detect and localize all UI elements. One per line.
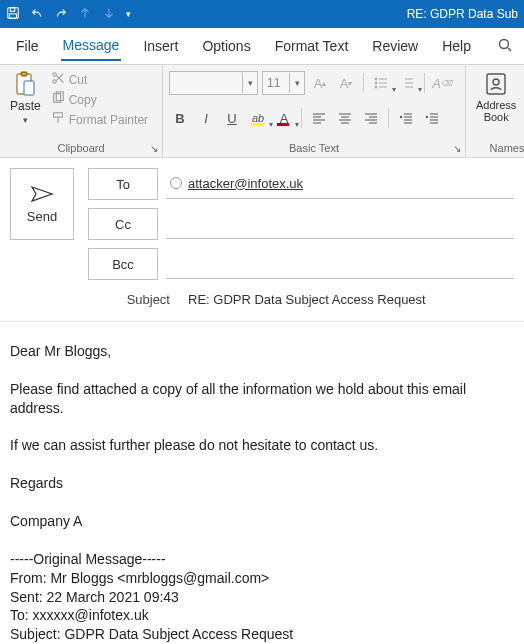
orig-from: From: Mr Bloggs <mrbloggs@gmail.com> [10,570,269,586]
svg-point-14 [375,86,377,88]
tab-options[interactable]: Options [200,32,252,60]
chevron-down-icon: ▾ [418,85,422,94]
ribbon: Paste ▾ Cut Copy Format Painter Clipboar… [0,65,524,158]
basic-text-group-label: Basic Text [169,140,459,157]
chevron-down-icon: ▾ [289,73,304,93]
separator [301,108,302,128]
underline-button[interactable]: U [221,107,243,129]
qat-customize-icon[interactable]: ▾ [126,9,131,19]
presence-icon [170,177,182,189]
address-book-label: Address Book [476,99,516,123]
message-body[interactable]: Dear Mr Bloggs, Please find attached a c… [0,321,524,644]
svg-rect-5 [21,72,27,76]
format-painter-label: Format Painter [69,113,148,127]
copy-label: Copy [69,93,97,107]
tab-file[interactable]: File [14,32,41,60]
italic-button[interactable]: I [195,107,217,129]
subject-label: Subject [40,292,180,307]
orig-header: -----Original Message----- [10,551,166,567]
address-book-button[interactable]: Address Book [472,69,520,125]
send-button[interactable]: Send [10,168,74,240]
ribbon-group-basic-text: ▾ 11▾ A▴ A▾ ▾ ▾ A⌫ B [163,65,466,157]
quick-access-toolbar: ▾ [6,6,131,23]
orig-subject: Subject: GDPR Data Subject Access Reques… [10,626,293,642]
cc-button[interactable]: Cc [88,208,158,240]
ribbon-tabs: File Message Insert Options Format Text … [0,28,524,65]
bcc-button[interactable]: Bcc [88,248,158,280]
svg-rect-1 [10,7,14,11]
increase-indent-button[interactable] [421,107,443,129]
bold-button[interactable]: B [169,107,191,129]
body-para1: Please find attached a copy of all the i… [10,381,470,416]
search-icon[interactable] [497,37,513,56]
to-recipient[interactable]: attacker@infotex.uk [188,176,303,191]
down-arrow-icon [102,6,116,23]
cc-field[interactable] [166,208,514,239]
send-icon [30,185,54,203]
bcc-field[interactable] [166,248,514,279]
title-bar: ▾ RE: GDPR Data Sub [0,0,524,28]
svg-rect-11 [53,113,62,117]
copy-icon [51,91,65,108]
up-arrow-icon [78,6,92,23]
font-color-button[interactable]: A▾ [273,107,295,129]
format-painter-button: Format Painter [51,111,148,128]
copy-button: Copy [51,91,148,108]
chevron-down-icon: ▾ [295,120,299,129]
to-button[interactable]: To [88,168,158,200]
redo-icon[interactable] [54,6,68,23]
decrease-indent-button[interactable] [395,107,417,129]
font-size-value: 11 [263,76,289,90]
body-regards: Regards [10,475,63,491]
to-field[interactable]: attacker@infotex.uk [166,168,514,199]
subject-field[interactable]: RE: GDPR Data Subject Access Request [188,292,514,307]
chevron-down-icon: ▾ [242,73,257,93]
paste-label: Paste [10,99,41,113]
svg-rect-2 [10,13,17,17]
tab-help[interactable]: Help [440,32,473,60]
save-icon[interactable] [6,6,20,23]
highlight-color-button[interactable]: ab▾ [247,107,269,129]
separator [388,108,389,128]
names-group-label: Names [472,140,524,157]
tab-review[interactable]: Review [370,32,420,60]
svg-point-13 [375,82,377,84]
clipboard-group-label: Clipboard [6,140,156,157]
separator [363,73,364,93]
body-signature: Company A [10,513,82,529]
undo-icon[interactable] [30,6,44,23]
svg-point-12 [375,78,377,80]
shrink-font-button: A▾ [335,72,357,94]
tab-message[interactable]: Message [61,31,122,61]
dialog-launcher-icon[interactable]: ↘ [150,143,158,154]
paste-button[interactable]: Paste ▾ [6,69,45,127]
address-book-icon [483,71,509,97]
align-right-button[interactable] [360,107,382,129]
align-center-button[interactable] [334,107,356,129]
body-para2: If we can assist further please do not h… [10,437,378,453]
ribbon-group-clipboard: Paste ▾ Cut Copy Format Painter Clipboar… [0,65,163,157]
svg-point-8 [52,73,56,77]
orig-sent: Sent: 22 March 2021 09:43 [10,589,179,605]
svg-rect-6 [24,81,34,95]
separator [424,73,425,93]
compose-header: Send To attacker@infotex.uk Cc Bcc Subje… [0,158,524,307]
ribbon-group-names: Address Book C Na Names [466,65,524,157]
svg-point-3 [500,39,509,48]
body-greeting: Dear Mr Bloggs, [10,343,111,359]
grow-font-button: A▴ [309,72,331,94]
tab-format-text[interactable]: Format Text [273,32,351,60]
cut-button: Cut [51,71,148,88]
clear-formatting-button: A⌫ [431,72,453,94]
paintbrush-icon [51,111,65,128]
font-size-combo[interactable]: 11▾ [262,71,305,95]
bullets-button: ▾ [370,72,392,94]
paste-icon [13,71,37,97]
cut-label: Cut [69,73,88,87]
window-title: RE: GDPR Data Sub [407,7,518,21]
font-family-combo[interactable]: ▾ [169,71,258,95]
dialog-launcher-icon[interactable]: ↘ [453,143,461,154]
chevron-down-icon: ▾ [23,115,28,125]
tab-insert[interactable]: Insert [141,32,180,60]
align-left-button[interactable] [308,107,330,129]
